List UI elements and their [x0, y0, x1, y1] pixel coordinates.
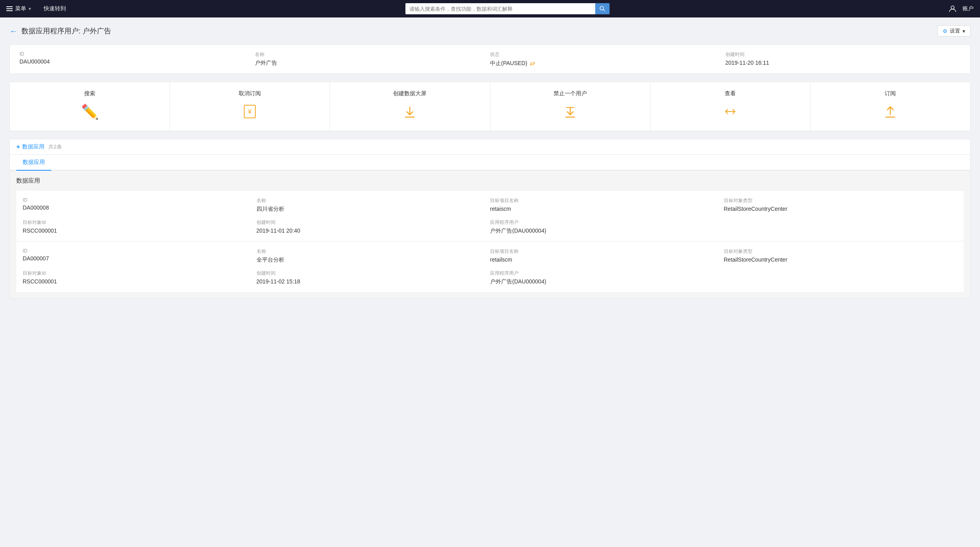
action-create-dashboard-label: 创建数据大屏	[393, 90, 426, 97]
action-ban-user-icon	[562, 104, 578, 123]
cell-target-type: 目标对象类型 RetailStoreCountryCenter	[724, 248, 958, 264]
info-created-value: 2019-11-20 16:11	[725, 60, 961, 66]
cell-id: ID DA000007	[23, 248, 257, 264]
tabs-row: 数据应用	[10, 155, 970, 171]
info-status: 状态 中止(PAUSED) ⇄	[490, 51, 725, 67]
info-name-value: 户外广告	[255, 60, 490, 67]
action-create-dashboard-icon	[402, 104, 418, 123]
action-subscribe-icon	[882, 104, 898, 123]
action-unsubscribe[interactable]: 取消订阅 ¥	[170, 82, 330, 131]
info-created-label: 创建时间	[725, 51, 961, 58]
quick-nav-label: 快速转到	[44, 5, 66, 12]
cell-name: 名称 四川省分析	[257, 197, 490, 213]
cell-id: ID DA000008	[23, 197, 257, 213]
add-data-app-button[interactable]: + 数据应用 共2条	[16, 143, 62, 150]
settings-chevron-icon: ▾	[963, 28, 965, 34]
page-header: ← 数据应用程序用户: 户外广告 ⚙ 设置 ▾	[10, 25, 970, 37]
search-container	[71, 3, 944, 14]
action-ban-user-label: 禁止一个用户	[554, 90, 587, 97]
info-status-label: 状态	[490, 51, 725, 58]
cell-target-type: 目标对象类型 RetailStoreCountryCenter	[724, 197, 958, 213]
svg-rect-0	[6, 6, 13, 7]
info-status-value: 中止(PAUSED) ⇄	[490, 60, 725, 67]
svg-point-3	[600, 6, 604, 10]
action-unsubscribe-icon: ¥	[242, 104, 258, 123]
page-content: ← 数据应用程序用户: 户外广告 ⚙ 设置 ▾ ID DAU000004 名称 …	[0, 17, 980, 306]
settings-button[interactable]: ⚙ 设置 ▾	[938, 25, 970, 37]
account-label: 账户	[963, 5, 974, 12]
settings-label: 设置	[950, 27, 960, 35]
menu-toggle[interactable]: 菜单 ▾	[6, 5, 31, 12]
table-row: ID DA000007 名称 全平台分析 目标项目名称 retailscm	[16, 242, 964, 292]
gear-icon: ⚙	[943, 28, 947, 34]
search-button[interactable]	[595, 3, 610, 14]
account-icon	[949, 5, 956, 12]
cell-created: 创建时间 2019-11-02 15:18	[257, 270, 490, 285]
title-area: ← 数据应用程序用户: 户外广告	[10, 26, 111, 36]
action-cards: 搜索 ✏️ 取消订阅 ¥ 创建数据大屏	[10, 82, 970, 131]
count-label: 共2条	[48, 143, 62, 150]
action-view[interactable]: 查看	[650, 82, 810, 131]
action-view-label: 查看	[725, 90, 736, 97]
table-row: ID DA000008 名称 四川省分析 目标项目名称 retaiscm 目	[16, 191, 964, 241]
cell-app-user: 应用程序用户 户外广告(DAU000004)	[490, 219, 724, 235]
action-create-dashboard[interactable]: 创建数据大屏	[330, 82, 490, 131]
tab-add-row: + 数据应用 共2条	[10, 139, 970, 155]
data-table-section: 数据应用 ID DA000008 名称 四川省分析 目标	[10, 171, 970, 298]
plus-icon: +	[16, 143, 20, 150]
cell-name: 名称 全平台分析	[257, 248, 490, 264]
cell-created: 创建时间 2019-11-01 20:40	[257, 219, 490, 235]
svg-text:¥: ¥	[248, 108, 252, 115]
info-id: ID DAU000004	[19, 51, 255, 67]
account-area[interactable]: 账户	[949, 5, 974, 12]
data-rows: ID DA000008 名称 四川省分析 目标项目名称 retaiscm 目	[16, 191, 964, 292]
back-button[interactable]: ←	[10, 27, 17, 36]
page-title: 数据应用程序用户: 户外广告	[21, 26, 111, 36]
action-ban-user[interactable]: 禁止一个用户	[490, 82, 650, 131]
action-search-label: 搜索	[84, 90, 95, 97]
cell-target-obj: 目标对象Id RSCC000001	[23, 270, 257, 285]
svg-rect-2	[6, 10, 13, 11]
action-search[interactable]: 搜索 ✏️	[10, 82, 170, 131]
row-inner: ID DA000007 名称 全平台分析 目标项目名称 retailscm	[16, 248, 964, 285]
table-title: 数据应用	[16, 177, 964, 185]
menu-chevron-icon: ▾	[29, 6, 31, 12]
svg-point-5	[951, 6, 954, 9]
menu-label: 菜单	[15, 5, 26, 12]
add-label: 数据应用	[22, 143, 44, 150]
action-search-icon: ✏️	[81, 104, 99, 120]
action-view-icon	[722, 104, 738, 123]
cell-target-obj: 目标对象Id RSCC000001	[23, 219, 257, 235]
action-subscribe-label: 订阅	[885, 90, 896, 97]
cell-app-user: 应用程序用户 户外广告(DAU000004)	[490, 270, 724, 285]
info-id-label: ID	[19, 51, 255, 57]
search-input[interactable]	[405, 3, 596, 14]
status-icon: ⇄	[530, 60, 535, 67]
info-name: 名称 户外广告	[255, 51, 490, 67]
cell-target-proj: 目标项目名称 retailscm	[490, 248, 724, 264]
info-created: 创建时间 2019-11-20 16:11	[725, 51, 961, 67]
action-subscribe[interactable]: 订阅	[810, 82, 970, 131]
tab-section: + 数据应用 共2条 数据应用 数据应用 ID DA000008	[10, 139, 970, 299]
info-id-value: DAU000004	[19, 58, 255, 65]
info-name-label: 名称	[255, 51, 490, 58]
tab-data-app[interactable]: 数据应用	[16, 155, 51, 171]
svg-rect-1	[6, 8, 13, 9]
cell-target-proj: 目标项目名称 retaiscm	[490, 197, 724, 213]
info-bar: ID DAU000004 名称 户外广告 状态 中止(PAUSED) ⇄ 创建时…	[10, 44, 970, 74]
svg-line-4	[603, 10, 605, 11]
row-inner: ID DA000008 名称 四川省分析 目标项目名称 retaiscm 目	[16, 197, 964, 235]
action-unsubscribe-label: 取消订阅	[239, 90, 261, 97]
top-navigation: 菜单 ▾ 快速转到 账户	[0, 0, 980, 17]
